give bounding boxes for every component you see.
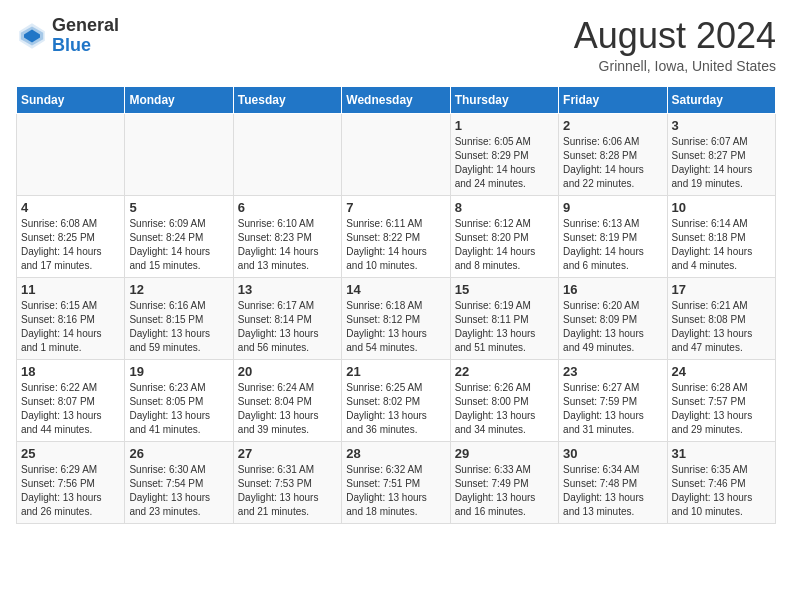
day-number: 15 [455,282,554,297]
day-number: 13 [238,282,337,297]
day-number: 24 [672,364,771,379]
day-info: Sunrise: 6:32 AM Sunset: 7:51 PM Dayligh… [346,463,445,519]
table-row: 8Sunrise: 6:12 AM Sunset: 8:20 PM Daylig… [450,195,558,277]
col-tuesday: Tuesday [233,86,341,113]
day-number: 17 [672,282,771,297]
day-number: 31 [672,446,771,461]
col-sunday: Sunday [17,86,125,113]
table-row: 24Sunrise: 6:28 AM Sunset: 7:57 PM Dayli… [667,359,775,441]
calendar-week-row: 11Sunrise: 6:15 AM Sunset: 8:16 PM Dayli… [17,277,776,359]
day-info: Sunrise: 6:23 AM Sunset: 8:05 PM Dayligh… [129,381,228,437]
day-info: Sunrise: 6:13 AM Sunset: 8:19 PM Dayligh… [563,217,662,273]
day-info: Sunrise: 6:09 AM Sunset: 8:24 PM Dayligh… [129,217,228,273]
day-number: 25 [21,446,120,461]
table-row: 28Sunrise: 6:32 AM Sunset: 7:51 PM Dayli… [342,441,450,523]
day-info: Sunrise: 6:06 AM Sunset: 8:28 PM Dayligh… [563,135,662,191]
table-row: 29Sunrise: 6:33 AM Sunset: 7:49 PM Dayli… [450,441,558,523]
month-title: August 2024 [574,16,776,56]
table-row [17,113,125,195]
day-number: 8 [455,200,554,215]
table-row: 20Sunrise: 6:24 AM Sunset: 8:04 PM Dayli… [233,359,341,441]
table-row: 30Sunrise: 6:34 AM Sunset: 7:48 PM Dayli… [559,441,667,523]
table-row: 7Sunrise: 6:11 AM Sunset: 8:22 PM Daylig… [342,195,450,277]
table-row: 27Sunrise: 6:31 AM Sunset: 7:53 PM Dayli… [233,441,341,523]
calendar-table: Sunday Monday Tuesday Wednesday Thursday… [16,86,776,524]
day-number: 26 [129,446,228,461]
day-number: 19 [129,364,228,379]
day-number: 21 [346,364,445,379]
table-row: 13Sunrise: 6:17 AM Sunset: 8:14 PM Dayli… [233,277,341,359]
table-row: 31Sunrise: 6:35 AM Sunset: 7:46 PM Dayli… [667,441,775,523]
day-info: Sunrise: 6:35 AM Sunset: 7:46 PM Dayligh… [672,463,771,519]
calendar-week-row: 18Sunrise: 6:22 AM Sunset: 8:07 PM Dayli… [17,359,776,441]
day-info: Sunrise: 6:17 AM Sunset: 8:14 PM Dayligh… [238,299,337,355]
day-info: Sunrise: 6:20 AM Sunset: 8:09 PM Dayligh… [563,299,662,355]
table-row: 3Sunrise: 6:07 AM Sunset: 8:27 PM Daylig… [667,113,775,195]
day-info: Sunrise: 6:24 AM Sunset: 8:04 PM Dayligh… [238,381,337,437]
col-monday: Monday [125,86,233,113]
day-info: Sunrise: 6:30 AM Sunset: 7:54 PM Dayligh… [129,463,228,519]
day-number: 6 [238,200,337,215]
table-row: 19Sunrise: 6:23 AM Sunset: 8:05 PM Dayli… [125,359,233,441]
day-number: 18 [21,364,120,379]
day-number: 11 [21,282,120,297]
day-number: 20 [238,364,337,379]
day-number: 10 [672,200,771,215]
table-row: 17Sunrise: 6:21 AM Sunset: 8:08 PM Dayli… [667,277,775,359]
table-row: 6Sunrise: 6:10 AM Sunset: 8:23 PM Daylig… [233,195,341,277]
title-block: August 2024 Grinnell, Iowa, United State… [574,16,776,74]
day-info: Sunrise: 6:08 AM Sunset: 8:25 PM Dayligh… [21,217,120,273]
table-row: 12Sunrise: 6:16 AM Sunset: 8:15 PM Dayli… [125,277,233,359]
day-info: Sunrise: 6:27 AM Sunset: 7:59 PM Dayligh… [563,381,662,437]
day-info: Sunrise: 6:26 AM Sunset: 8:00 PM Dayligh… [455,381,554,437]
day-info: Sunrise: 6:31 AM Sunset: 7:53 PM Dayligh… [238,463,337,519]
day-number: 9 [563,200,662,215]
day-number: 22 [455,364,554,379]
table-row: 22Sunrise: 6:26 AM Sunset: 8:00 PM Dayli… [450,359,558,441]
day-info: Sunrise: 6:18 AM Sunset: 8:12 PM Dayligh… [346,299,445,355]
logo-text: General Blue [52,16,119,56]
table-row: 25Sunrise: 6:29 AM Sunset: 7:56 PM Dayli… [17,441,125,523]
day-number: 27 [238,446,337,461]
table-row: 23Sunrise: 6:27 AM Sunset: 7:59 PM Dayli… [559,359,667,441]
table-row: 16Sunrise: 6:20 AM Sunset: 8:09 PM Dayli… [559,277,667,359]
day-number: 16 [563,282,662,297]
day-number: 4 [21,200,120,215]
day-info: Sunrise: 6:11 AM Sunset: 8:22 PM Dayligh… [346,217,445,273]
location: Grinnell, Iowa, United States [574,58,776,74]
day-info: Sunrise: 6:21 AM Sunset: 8:08 PM Dayligh… [672,299,771,355]
col-thursday: Thursday [450,86,558,113]
day-number: 28 [346,446,445,461]
table-row: 9Sunrise: 6:13 AM Sunset: 8:19 PM Daylig… [559,195,667,277]
day-info: Sunrise: 6:19 AM Sunset: 8:11 PM Dayligh… [455,299,554,355]
day-info: Sunrise: 6:33 AM Sunset: 7:49 PM Dayligh… [455,463,554,519]
day-info: Sunrise: 6:10 AM Sunset: 8:23 PM Dayligh… [238,217,337,273]
table-row: 26Sunrise: 6:30 AM Sunset: 7:54 PM Dayli… [125,441,233,523]
day-info: Sunrise: 6:34 AM Sunset: 7:48 PM Dayligh… [563,463,662,519]
day-info: Sunrise: 6:15 AM Sunset: 8:16 PM Dayligh… [21,299,120,355]
day-info: Sunrise: 6:12 AM Sunset: 8:20 PM Dayligh… [455,217,554,273]
table-row: 4Sunrise: 6:08 AM Sunset: 8:25 PM Daylig… [17,195,125,277]
day-number: 3 [672,118,771,133]
table-row: 2Sunrise: 6:06 AM Sunset: 8:28 PM Daylig… [559,113,667,195]
col-friday: Friday [559,86,667,113]
day-number: 2 [563,118,662,133]
day-number: 12 [129,282,228,297]
table-row: 15Sunrise: 6:19 AM Sunset: 8:11 PM Dayli… [450,277,558,359]
day-info: Sunrise: 6:28 AM Sunset: 7:57 PM Dayligh… [672,381,771,437]
col-wednesday: Wednesday [342,86,450,113]
table-row: 1Sunrise: 6:05 AM Sunset: 8:29 PM Daylig… [450,113,558,195]
table-row: 21Sunrise: 6:25 AM Sunset: 8:02 PM Dayli… [342,359,450,441]
day-info: Sunrise: 6:29 AM Sunset: 7:56 PM Dayligh… [21,463,120,519]
table-row: 5Sunrise: 6:09 AM Sunset: 8:24 PM Daylig… [125,195,233,277]
day-number: 14 [346,282,445,297]
day-info: Sunrise: 6:07 AM Sunset: 8:27 PM Dayligh… [672,135,771,191]
day-info: Sunrise: 6:25 AM Sunset: 8:02 PM Dayligh… [346,381,445,437]
table-row [342,113,450,195]
day-info: Sunrise: 6:22 AM Sunset: 8:07 PM Dayligh… [21,381,120,437]
calendar-week-row: 1Sunrise: 6:05 AM Sunset: 8:29 PM Daylig… [17,113,776,195]
day-number: 30 [563,446,662,461]
col-saturday: Saturday [667,86,775,113]
day-info: Sunrise: 6:14 AM Sunset: 8:18 PM Dayligh… [672,217,771,273]
calendar-week-row: 25Sunrise: 6:29 AM Sunset: 7:56 PM Dayli… [17,441,776,523]
